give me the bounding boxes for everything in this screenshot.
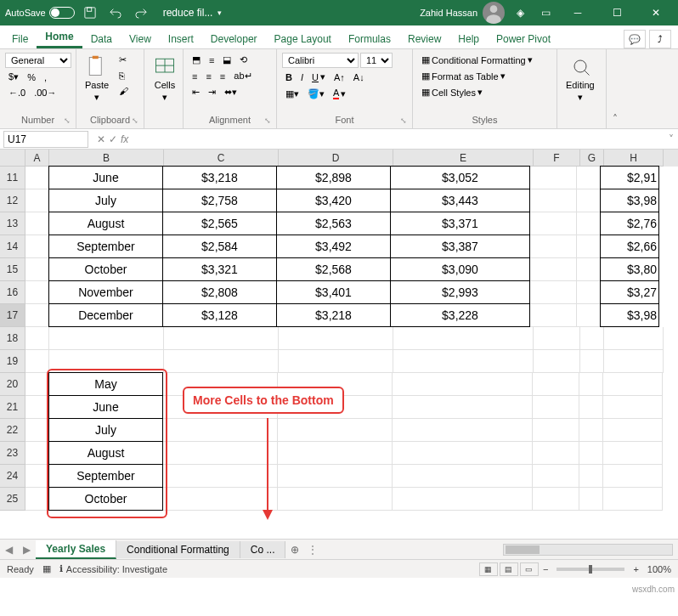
add-sheet-icon[interactable]: ⊕ [285, 544, 304, 556]
maximize-icon[interactable]: ☐ [600, 0, 634, 25]
clipboard-launcher-icon[interactable]: ⤡ [132, 116, 138, 125]
underline-icon[interactable]: U▾ [308, 70, 329, 84]
cell[interactable]: $3,401 [276, 280, 391, 304]
row-header[interactable]: 14 [0, 235, 25, 258]
cell[interactable]: September [48, 464, 163, 488]
decrease-indent-icon[interactable]: ⇤ [189, 85, 203, 99]
cell[interactable]: October [48, 487, 163, 511]
cancel-formula-icon[interactable]: ✕ [97, 133, 105, 145]
col-header-b[interactable]: B [49, 150, 164, 167]
expand-formula-icon[interactable]: ˅ [664, 133, 678, 145]
decrease-decimal-icon[interactable]: .00→ [31, 86, 59, 99]
close-icon[interactable]: ✕ [639, 0, 673, 25]
italic-icon[interactable]: I [297, 71, 307, 84]
user-name[interactable]: Zahid Hassan [420, 8, 477, 18]
cell[interactable]: December [48, 303, 163, 327]
select-all-corner[interactable] [0, 150, 25, 167]
orientation-icon[interactable]: ⟲ [236, 53, 251, 67]
align-top-icon[interactable]: ⬒ [189, 53, 204, 67]
page-break-view-icon[interactable]: ▭ [520, 562, 539, 576]
merge-icon[interactable]: ⬌▾ [221, 85, 240, 99]
align-left-icon[interactable]: ≡ [189, 70, 201, 83]
cell[interactable]: May [48, 372, 163, 396]
cell[interactable]: $3,128 [162, 303, 277, 327]
font-name-select[interactable]: Calibri [282, 53, 359, 68]
cell[interactable]: July [48, 189, 163, 212]
tab-view[interactable]: View [121, 30, 160, 48]
increase-indent-icon[interactable]: ⇥ [205, 85, 219, 99]
cell[interactable]: $2,66 [600, 235, 659, 258]
cell[interactable]: $3,228 [390, 303, 530, 327]
row-header[interactable]: 25 [0, 488, 25, 511]
copy-icon[interactable]: ⎘ [116, 69, 132, 82]
tab-home[interactable]: Home [37, 27, 82, 48]
row-header[interactable]: 12 [0, 189, 25, 212]
macro-record-icon[interactable]: ▦ [42, 563, 51, 574]
percent-icon[interactable]: % [24, 71, 39, 84]
cell[interactable]: $3,387 [390, 235, 530, 258]
cell[interactable]: $2,808 [162, 280, 277, 304]
fx-icon[interactable]: fx [121, 133, 128, 145]
cell[interactable]: $3,98 [600, 189, 659, 212]
page-layout-view-icon[interactable]: ▤ [500, 562, 518, 576]
cell[interactable]: November [48, 280, 163, 304]
cell[interactable]: $3,090 [390, 257, 530, 281]
font-size-select[interactable]: 11 [360, 53, 393, 68]
align-right-icon[interactable]: ≡ [217, 70, 229, 83]
decrease-font-icon[interactable]: A↓ [350, 71, 368, 84]
cell[interactable]: $3,27 [600, 280, 659, 304]
cell[interactable]: $3,218 [162, 166, 277, 189]
cell[interactable]: $3,98 [600, 303, 659, 327]
col-header-c[interactable]: C [164, 150, 279, 167]
tab-powerpivot[interactable]: Power Pivot [488, 30, 559, 48]
sheet-tab-yearly[interactable]: Yearly Sales [36, 540, 116, 559]
cell[interactable]: August [48, 212, 163, 235]
row-header[interactable]: 15 [0, 258, 25, 281]
editing-button[interactable]: Editing▾ [562, 53, 598, 105]
align-bottom-icon[interactable]: ⬓ [219, 53, 234, 67]
cut-icon[interactable]: ✂ [116, 53, 132, 67]
conditional-formatting-button[interactable]: ▦ Conditional Formatting▾ [418, 53, 536, 67]
avatar[interactable] [483, 2, 505, 24]
diamond-icon[interactable]: ◈ [510, 3, 530, 23]
row-header[interactable]: 23 [0, 442, 25, 465]
zoom-in-icon[interactable]: + [630, 564, 641, 574]
cell[interactable]: August [48, 441, 163, 465]
cell[interactable]: June [48, 395, 163, 419]
cell[interactable]: September [48, 235, 163, 258]
minimize-icon[interactable]: ─ [561, 0, 595, 25]
name-box[interactable] [3, 131, 88, 148]
currency-icon[interactable]: $▾ [5, 70, 22, 84]
col-header-a[interactable]: A [25, 150, 49, 167]
sheet-nav-prev-icon[interactable]: ◀ [0, 544, 18, 556]
cell[interactable]: $3,371 [390, 212, 530, 235]
col-header-d[interactable]: D [279, 150, 393, 167]
tab-developer[interactable]: Developer [202, 30, 266, 48]
row-header[interactable]: 18 [0, 327, 25, 350]
row-header[interactable]: 20 [0, 373, 25, 396]
tab-insert[interactable]: Insert [160, 30, 202, 48]
col-header-f[interactable]: F [534, 150, 580, 167]
row-header[interactable]: 17 [0, 304, 25, 327]
tab-help[interactable]: Help [449, 30, 488, 48]
cell[interactable]: $2,584 [162, 235, 277, 258]
cell[interactable]: October [48, 257, 163, 281]
formula-input[interactable] [133, 132, 664, 147]
col-header-g[interactable]: G [580, 150, 604, 167]
align-middle-icon[interactable]: ≡ [206, 54, 218, 67]
cell[interactable]: July [48, 418, 163, 442]
cell[interactable]: $3,443 [390, 189, 530, 212]
filename-dropdown-icon[interactable]: ▾ [218, 8, 222, 17]
cells-button[interactable]: Cells▾ [150, 53, 180, 105]
zoom-slider[interactable] [557, 568, 624, 571]
cell[interactable]: $3,80 [600, 257, 659, 281]
normal-view-icon[interactable]: ▦ [479, 562, 498, 576]
grid[interactable]: June$3,218$2,898$3,052$2,91 July$2,758$3… [25, 167, 678, 539]
accessibility-status[interactable]: Accessibility: Investigate [66, 564, 167, 574]
format-painter-icon[interactable]: 🖌 [116, 84, 132, 98]
zoom-level[interactable]: 100% [647, 564, 671, 574]
sheet-tab-condfmt[interactable]: Conditional Formatting [116, 541, 240, 558]
row-header[interactable]: 16 [0, 281, 25, 304]
horizontal-scrollbar[interactable] [503, 544, 673, 556]
cell[interactable]: $3,420 [276, 189, 391, 212]
